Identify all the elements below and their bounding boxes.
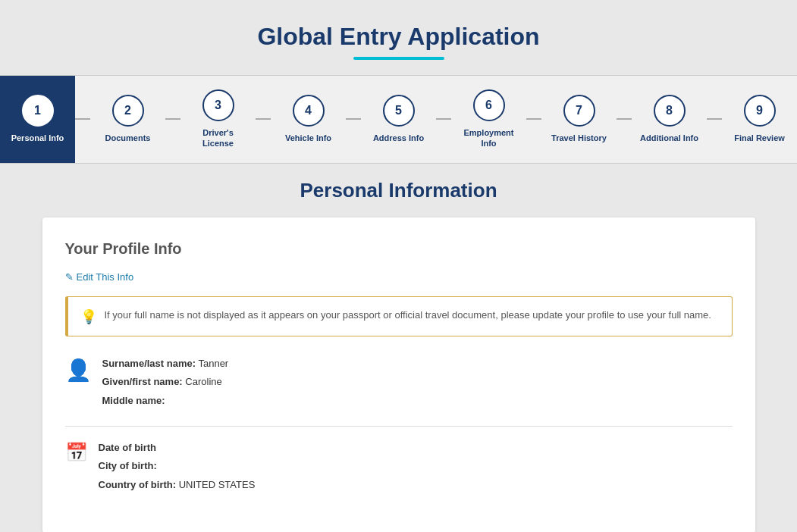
step-2-documents[interactable]: 2 Documents	[90, 76, 165, 163]
edit-icon: ✎	[65, 271, 74, 283]
country-of-birth-label: Country of birth:	[99, 479, 177, 490]
name-alert-box: 💡 If your full name is not displayed as …	[65, 296, 733, 336]
step-9-label: Final Review	[734, 133, 785, 143]
name-details: Surname/last name: Tanner Given/first na…	[102, 355, 229, 411]
page-title: Global Entry Application	[15, 23, 782, 51]
section-divider	[65, 426, 733, 427]
connector-3	[256, 76, 271, 163]
step-1-circle: 1	[22, 95, 54, 127]
given-name-value: Caroline	[185, 376, 221, 387]
connector-2	[165, 76, 180, 163]
surname-value: Tanner	[198, 358, 228, 369]
stepper: 1 Personal Info 2 Documents 3 Driver's L…	[0, 75, 797, 164]
person-icon: 👤	[65, 358, 92, 383]
step-7-travel-history[interactable]: 7 Travel History	[541, 76, 617, 163]
connector-6	[526, 76, 541, 163]
step-6-employment-info[interactable]: 6 Employment Info	[451, 76, 526, 163]
given-name-field: Given/first name: Caroline	[102, 373, 229, 392]
step-6-label: Employment Info	[459, 127, 519, 149]
lightbulb-icon: 💡	[80, 308, 97, 325]
step-4-vehicle-info[interactable]: 4 Vehicle Info	[271, 76, 346, 163]
step-7-circle: 7	[563, 95, 595, 127]
given-name-label: Given/first name:	[102, 376, 183, 387]
connector-4	[346, 76, 361, 163]
dob-label: Date of birth	[99, 442, 157, 453]
edit-this-info-link[interactable]: ✎ Edit This Info	[65, 271, 134, 283]
city-of-birth-label: City of birth:	[99, 460, 157, 471]
step-9-circle: 9	[744, 95, 776, 127]
step-6-circle: 6	[473, 89, 505, 121]
step-8-additional-info[interactable]: 8 Additional Info	[632, 76, 707, 163]
calendar-icon: 📅	[65, 442, 88, 463]
step-3-circle: 3	[202, 89, 234, 121]
edit-link-label: Edit This Info	[77, 271, 134, 283]
birth-details: Date of birth City of birth: Country of …	[99, 439, 256, 495]
step-2-circle: 2	[112, 95, 144, 127]
country-of-birth-field: Country of birth: UNITED STATES	[99, 476, 256, 495]
step-1-personal-info[interactable]: 1 Personal Info	[0, 76, 75, 163]
alert-text: If your full name is not displayed as it…	[105, 308, 711, 323]
connector-1	[75, 76, 90, 163]
step-3-drivers-license[interactable]: 3 Driver's License	[180, 76, 256, 163]
connector-8	[707, 76, 722, 163]
country-of-birth-value: UNITED STATES	[179, 479, 256, 490]
step-5-label: Address Info	[373, 133, 424, 143]
page-header: Global Entry Application	[0, 0, 797, 75]
card-heading: Your Profile Info	[65, 240, 733, 258]
middle-name-field: Middle name:	[102, 392, 229, 411]
step-8-label: Additional Info	[640, 133, 698, 143]
title-underline	[353, 57, 444, 60]
surname-field: Surname/last name: Tanner	[102, 355, 229, 374]
name-profile-row: 👤 Surname/last name: Tanner Given/first …	[65, 355, 733, 411]
birth-profile-row: 📅 Date of birth City of birth: Country o…	[65, 439, 733, 495]
step-7-label: Travel History	[551, 133, 607, 143]
step-5-address-info[interactable]: 5 Address Info	[361, 76, 436, 163]
step-9-final-review[interactable]: 9 Final Review	[722, 76, 797, 163]
city-of-birth-field: City of birth:	[99, 457, 256, 476]
middle-name-label: Middle name:	[102, 395, 165, 406]
step-8-circle: 8	[654, 95, 686, 127]
step-2-label: Documents	[105, 133, 151, 143]
connector-5	[436, 76, 451, 163]
dob-field: Date of birth	[99, 439, 256, 458]
main-content: Personal Information Your Profile Info ✎…	[27, 164, 770, 532]
profile-card: Your Profile Info ✎ Edit This Info 💡 If …	[42, 217, 755, 532]
step-1-label: Personal Info	[11, 133, 64, 143]
step-5-circle: 5	[383, 95, 415, 127]
surname-label: Surname/last name:	[102, 358, 196, 369]
connector-7	[617, 76, 632, 163]
section-title: Personal Information	[42, 179, 755, 202]
step-4-circle: 4	[293, 95, 325, 127]
step-3-label: Driver's License	[188, 127, 248, 149]
step-4-label: Vehicle Info	[285, 133, 331, 143]
